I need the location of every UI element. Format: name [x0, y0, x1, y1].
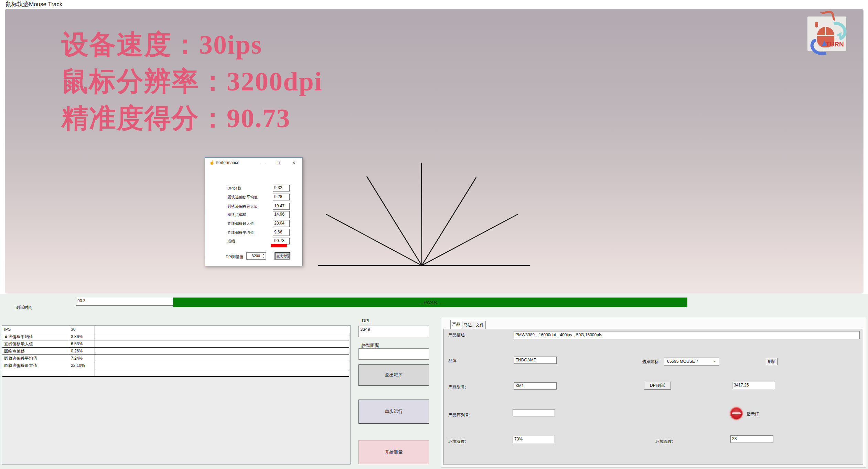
temperature-label: 环境温度:	[655, 439, 673, 445]
line-avg-offset-field[interactable]: 9.66	[273, 229, 290, 236]
row-value: 6.53%	[69, 340, 95, 348]
turn-logo: TURN	[807, 17, 846, 51]
product-desc-input[interactable]: PMW3389，16000dpi，400ips，50G,16000pfs	[514, 331, 860, 339]
row-label: 圆轨迹偏移最大值	[2, 362, 69, 369]
maximize-button[interactable]: □	[272, 158, 284, 168]
temperature-input[interactable]: 23	[730, 435, 773, 443]
start-measure-button[interactable]: 开始测量	[358, 440, 429, 464]
spinner-arrows-icon[interactable]: ▲▼	[261, 253, 266, 259]
test-time-input[interactable]: 90.3	[76, 298, 174, 306]
row-value: 7.24%	[69, 355, 95, 362]
progress-status: ...PASS...	[419, 299, 441, 305]
table-header-row: IPS 30	[2, 326, 349, 333]
table-row: 直线偏移最大值 6.53%	[2, 340, 349, 348]
progress-bar: ...PASS...	[173, 297, 687, 307]
line-max-offset-field[interactable]: 28.04	[273, 220, 290, 227]
field-label: DPI分数	[227, 186, 241, 191]
close-button[interactable]: ✕	[288, 158, 300, 168]
results-panel: IPS 30 直线偏移平均值 3.36% 直线偏移最大值 6.53% 圆终点偏移…	[2, 325, 351, 465]
dpi-test-result-input[interactable]: 3417.25	[732, 382, 775, 389]
hero-accuracy-score: 精准度得分：90.73	[62, 101, 291, 135]
row-label: 圆终点偏移	[2, 348, 69, 355]
circle-endpoint-offset-field[interactable]: 14.96	[273, 211, 290, 218]
row-label: 直线偏移最大值	[2, 340, 69, 348]
silent-distance-input[interactable]	[358, 348, 429, 360]
serial-number-label: 产品序列号:	[448, 412, 470, 418]
mouse-select-value: 65595 MOUSE 7	[667, 359, 698, 364]
product-model-label: 产品型号:	[448, 384, 466, 390]
table-row: 圆终点偏移 0.26%	[2, 348, 349, 355]
exit-program-button[interactable]: 退出程序	[358, 364, 429, 386]
status-light-icon	[731, 408, 742, 419]
hero-mouse-resolution: 鼠标分辨率：3200dpi	[62, 64, 322, 99]
performance-dialog: ☝ Performance — □ ✕ DPI分数 9.32 圆轨迹偏移平均值 …	[205, 157, 303, 266]
dpi-score-field[interactable]: 9.32	[273, 185, 290, 192]
logo-text: TURN	[826, 41, 844, 48]
field-label: 圆轨迹偏移平均值	[227, 195, 258, 200]
refresh-button[interactable]: 刷新	[766, 358, 778, 365]
row-value: 3.36%	[69, 333, 95, 340]
tab-file[interactable]: 文件	[474, 321, 486, 329]
minimize-button[interactable]: —	[257, 158, 269, 168]
dpi-test-button[interactable]: DPI测试	[644, 382, 671, 390]
dpi-label: DPI	[362, 318, 369, 323]
score-highlight-bar	[271, 244, 287, 247]
header-speed: 30	[69, 326, 95, 333]
results-table: IPS 30 直线偏移平均值 3.36% 直线偏移最大值 6.53% 圆终点偏移…	[2, 326, 349, 377]
mouse-select-dropdown[interactable]: 65595 MOUSE 7 ⌄	[664, 358, 719, 366]
table-row: 圆轨迹偏移平均值 7.24%	[2, 355, 349, 362]
circle-avg-offset-field[interactable]: 9.28	[273, 194, 290, 200]
product-desc-label: 产品描述:	[448, 332, 466, 338]
serial-number-input[interactable]	[513, 409, 555, 416]
table-row: 圆轨迹偏移最大值 22.10%	[2, 362, 349, 369]
performance-dialog-titlebar[interactable]: ☝ Performance — □ ✕	[205, 158, 302, 168]
hand-cursor-icon: ☝	[209, 160, 215, 165]
performance-dialog-title: Performance	[216, 160, 239, 165]
tab-motor[interactable]: 马达	[462, 321, 473, 329]
table-row-empty	[2, 369, 349, 377]
humidity-input[interactable]: 73%	[513, 436, 555, 443]
field-label: 圆终点偏移	[227, 212, 246, 217]
generate-score-button[interactable]: 生成成绩	[275, 252, 290, 260]
dpi-input[interactable]: 3349	[358, 326, 429, 337]
header-blank	[95, 326, 349, 333]
test-time-label: 测试时间	[16, 305, 32, 310]
header-ips: IPS	[2, 326, 69, 333]
product-model-input[interactable]: XM1	[514, 382, 557, 390]
mouse-wheel-icon	[814, 21, 819, 29]
chevron-down-icon: ⌄	[713, 358, 716, 363]
table-row: 直线偏移平均值 3.36%	[2, 333, 349, 340]
field-label: 圆轨迹偏移最大值	[227, 204, 258, 209]
field-label: 直线偏移最大值	[227, 221, 254, 226]
hero-device-speed: 设备速度：30ips	[62, 28, 262, 62]
circle-max-offset-field[interactable]: 19.47	[273, 203, 290, 210]
dpi-measure-spinner[interactable]: 3200 ▲▼	[246, 252, 266, 260]
brand-input[interactable]: ENDGAME	[514, 357, 557, 364]
select-mouse-label: 选择鼠标	[642, 359, 658, 365]
indicator-label: 指示灯	[747, 411, 759, 417]
window-title: 鼠标轨迹Mouse Track	[6, 0, 62, 8]
score-field[interactable]: 90.73	[273, 238, 290, 244]
tab-product[interactable]: 产品	[450, 320, 462, 329]
field-label: 直线偏移平均值	[227, 230, 254, 235]
brand-label: 品牌:	[448, 358, 458, 364]
product-tab-page	[443, 329, 863, 465]
row-value: 22.10%	[69, 362, 95, 369]
field-label: 成绩	[227, 239, 235, 244]
humidity-label: 环境湿度:	[448, 439, 466, 445]
single-step-button[interactable]: 单步运行	[358, 400, 429, 424]
row-value: 0.26%	[69, 348, 95, 355]
row-label: 直线偏移平均值	[2, 333, 69, 340]
product-panel: 产品 马达 文件	[441, 317, 866, 468]
dpi-measure-label: DPI测量值	[226, 254, 243, 260]
silent-distance-label: 静默距离	[361, 342, 379, 349]
dpi-measure-value: 3200	[252, 254, 260, 258]
row-label: 圆轨迹偏移平均值	[2, 355, 69, 362]
